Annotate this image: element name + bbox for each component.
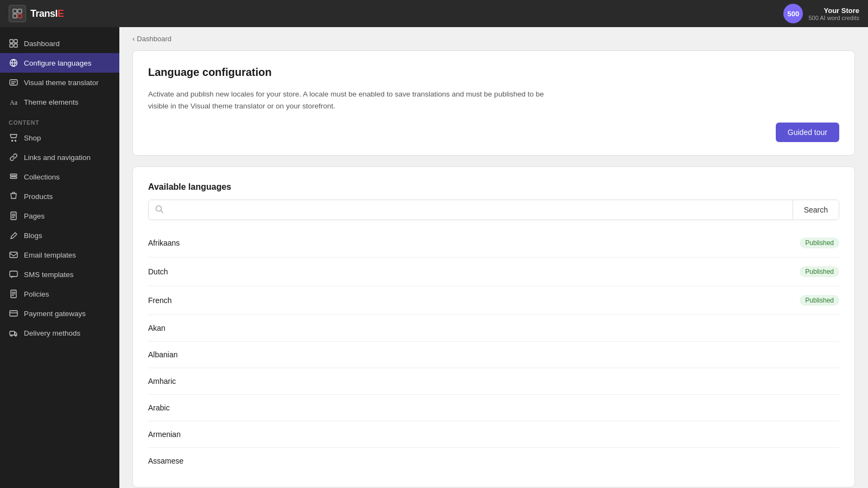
language-row[interactable]: Assamese: [148, 447, 839, 474]
svg-point-12: [15, 140, 16, 142]
guided-tour-button[interactable]: Guided tour: [776, 123, 839, 142]
search-input-wrap: [149, 200, 793, 220]
svg-point-23: [15, 335, 16, 336]
sidebar-item-payment-gateways-label: Payment gateways: [24, 310, 86, 318]
svg-rect-1: [18, 9, 22, 13]
user-avatar: 500: [783, 4, 803, 23]
language-list: AfrikaansPublishedDutchPublishedFrenchPu…: [148, 229, 839, 474]
search-bar: Search: [148, 200, 839, 220]
sidebar-item-products[interactable]: Products: [0, 187, 119, 206]
svg-rect-13: [10, 174, 17, 176]
language-row[interactable]: Akan: [148, 314, 839, 341]
sidebar-item-delivery-methods[interactable]: Delivery methods: [0, 323, 119, 343]
language-row[interactable]: Arabic: [148, 394, 839, 421]
shop-icon: [9, 133, 18, 143]
svg-text:Aa: Aa: [10, 99, 18, 106]
published-badge: Published: [800, 266, 839, 277]
language-row[interactable]: AfrikaansPublished: [148, 229, 839, 257]
configure-languages-icon: [9, 58, 18, 68]
svg-rect-14: [10, 177, 17, 178]
language-row[interactable]: Armenian: [148, 421, 839, 447]
sidebar-item-pages-label: Pages: [24, 212, 44, 220]
sidebar-item-blogs[interactable]: Blogs: [0, 226, 119, 245]
sidebar-item-email-templates[interactable]: Email templates: [0, 245, 119, 265]
language-name: Arabic: [148, 403, 170, 412]
svg-rect-17: [10, 252, 17, 258]
user-credits: 500 AI word credits: [808, 15, 859, 21]
layout: Dashboard Configure languages Visual the…: [0, 27, 868, 488]
svg-rect-4: [10, 40, 13, 43]
pages-icon: [9, 211, 18, 221]
blogs-icon: [9, 230, 18, 240]
user-menu[interactable]: 500 Your Store 500 AI word credits: [783, 4, 859, 23]
svg-rect-9: [10, 80, 17, 85]
svg-rect-5: [14, 40, 17, 43]
breadcrumb: ‹ Dashboard: [119, 27, 868, 50]
sidebar-item-visual-theme[interactable]: Visual theme translator: [0, 73, 119, 92]
payment-gateways-icon: [9, 309, 18, 318]
svg-rect-7: [14, 44, 17, 47]
language-row[interactable]: Albanian: [148, 341, 839, 368]
sidebar-item-theme-elements[interactable]: Aa Theme elements: [0, 92, 119, 112]
dashboard-icon: [9, 38, 18, 48]
description-text: Activate and publish new locales for you…: [148, 88, 560, 112]
published-badge: Published: [800, 237, 839, 248]
svg-rect-2: [13, 14, 17, 18]
sidebar-item-policies[interactable]: Policies: [0, 284, 119, 304]
svg-rect-20: [10, 311, 17, 316]
sidebar-item-dashboard-label: Dashboard: [24, 40, 60, 48]
breadcrumb-back-label: Dashboard: [137, 35, 171, 43]
main-content: ‹ Dashboard Language configuration Activ…: [119, 27, 868, 488]
theme-elements-icon: Aa: [9, 97, 18, 107]
logo-text: TranslE: [30, 8, 64, 20]
svg-rect-21: [10, 331, 15, 335]
sidebar-item-collections[interactable]: Collections: [0, 167, 119, 187]
logo-accent: E: [58, 8, 64, 19]
svg-point-11: [12, 140, 13, 142]
available-languages-title: Available languages: [148, 182, 839, 192]
email-templates-icon: [9, 250, 18, 260]
user-name: Your Store: [808, 7, 859, 15]
language-row[interactable]: FrenchPublished: [148, 286, 839, 314]
language-name: French: [148, 296, 172, 305]
search-button[interactable]: Search: [793, 200, 839, 220]
sidebar-item-links-label: Links and navigation: [24, 153, 91, 162]
language-name: Dutch: [148, 267, 168, 276]
language-name: Albanian: [148, 350, 178, 359]
language-name: Armenian: [148, 430, 181, 439]
sidebar-item-policies-label: Policies: [24, 290, 49, 298]
sidebar-item-blogs-label: Blogs: [24, 232, 42, 240]
sidebar-item-products-label: Products: [24, 192, 53, 201]
svg-rect-0: [13, 9, 17, 13]
svg-rect-3: [18, 14, 22, 18]
language-name: Amharic: [148, 377, 176, 386]
language-config-card: Language configuration Activate and publ…: [132, 50, 855, 156]
published-badge: Published: [800, 295, 839, 306]
logo: TranslE: [9, 5, 64, 22]
sidebar-item-dashboard[interactable]: Dashboard: [0, 34, 119, 53]
language-row[interactable]: Amharic: [148, 368, 839, 394]
language-name: Assamese: [148, 457, 183, 465]
content-section-label: CONTENT: [0, 112, 119, 128]
sidebar-item-sms-templates-label: SMS templates: [24, 271, 74, 279]
language-name: Afrikaans: [148, 239, 180, 247]
sidebar-item-configure-languages[interactable]: Configure languages: [0, 53, 119, 73]
sidebar-item-email-templates-label: Email templates: [24, 251, 76, 259]
available-languages-card: Available languages Search AfrikaansPubl…: [132, 166, 855, 487]
sidebar-item-theme-elements-label: Theme elements: [24, 98, 79, 106]
search-input[interactable]: [168, 200, 786, 220]
sidebar-item-links[interactable]: Links and navigation: [0, 147, 119, 167]
links-icon: [9, 152, 18, 162]
page-title: Language configuration: [148, 66, 839, 79]
sidebar-item-sms-templates[interactable]: SMS templates: [0, 265, 119, 284]
policies-icon: [9, 289, 18, 299]
sidebar-item-shop-label: Shop: [24, 134, 41, 142]
sidebar-item-shop[interactable]: Shop: [0, 128, 119, 147]
breadcrumb-back-link[interactable]: ‹ Dashboard: [132, 35, 171, 43]
sidebar-item-payment-gateways[interactable]: Payment gateways: [0, 304, 119, 323]
search-icon: [155, 205, 164, 215]
user-info: Your Store 500 AI word credits: [808, 7, 859, 21]
language-row[interactable]: DutchPublished: [148, 257, 839, 286]
sidebar-item-pages[interactable]: Pages: [0, 206, 119, 226]
sms-templates-icon: [9, 269, 18, 279]
